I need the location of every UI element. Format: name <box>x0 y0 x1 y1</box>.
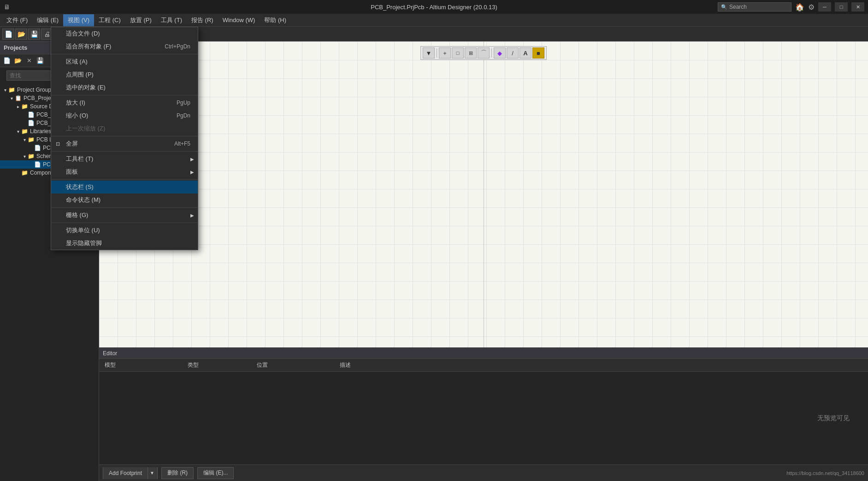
dd-zoom-in[interactable]: 放大 (I) PgUp <box>51 96 198 109</box>
table-content: 无预览可见 <box>99 372 868 464</box>
close-button[interactable]: ✕ <box>851 2 864 12</box>
dd-fit-all-label: 适合所有对象 (F) <box>66 42 111 51</box>
pcb-route-btn[interactable]: ⌒ <box>478 47 490 59</box>
dd-fullscreen-shortcut: Alt+F5 <box>165 141 190 147</box>
dd-sep-5 <box>51 179 198 180</box>
dd-last-zoom-label: 上一次缩放 (Z) <box>66 124 105 133</box>
tree-icon-pcb-dem1: 📄 <box>28 111 35 118</box>
toolbar-open[interactable]: 📂 <box>15 29 27 40</box>
minimize-button[interactable]: ─ <box>818 2 831 12</box>
tree-icon-component: 📁 <box>21 170 28 176</box>
app-icon: 🖥 <box>4 3 10 11</box>
add-footprint-group: Add Footprint ▼ <box>103 467 158 479</box>
dd-selected[interactable]: 选中的对象 (E) <box>51 81 198 94</box>
dd-status-bar[interactable]: 状态栏 (S) <box>51 181 198 194</box>
dd-sep-7 <box>51 223 198 223</box>
add-footprint-dropdown[interactable]: ▼ <box>148 467 157 479</box>
dd-fit-doc[interactable]: 适合文件 (D) <box>51 27 198 40</box>
tree-icon-pcb-d2: 📄 <box>34 161 41 168</box>
app-icons: 🖥 <box>4 3 10 11</box>
dd-area[interactable]: 区域 (A) <box>51 55 198 68</box>
panel-new-btn[interactable]: 📄 <box>2 56 12 66</box>
dd-show-hidden[interactable]: 显示隐藏管脚 <box>51 237 198 250</box>
toolbar-save[interactable]: 💾 <box>28 29 40 40</box>
dd-area-label: 区域 (A) <box>66 58 88 66</box>
dd-zoom-in-shortcut: PgUp <box>167 100 190 106</box>
dd-zoom-out[interactable]: 缩小 (O) PgDn <box>51 109 198 122</box>
tree-arrow-schemati: ▾ <box>21 154 28 159</box>
tree-icon-pcb-dem2: 📄 <box>28 120 35 126</box>
tree-icon-source-doc: 📁 <box>21 103 28 110</box>
panel-close-btn[interactable]: ✕ <box>24 56 34 66</box>
dd-last-zoom: 上一次缩放 (Z) <box>51 122 198 135</box>
menu-report[interactable]: 报告 (R) <box>187 14 218 26</box>
menu-place[interactable]: 放置 (P) <box>125 14 156 26</box>
tree-icon-pcb-libr: 📁 <box>28 136 35 143</box>
toolbar-new[interactable]: 📄 <box>2 29 14 40</box>
search-icon: 🔍 <box>721 4 727 10</box>
dd-toolbar-arrow: ▶ <box>190 157 194 162</box>
maximize-button[interactable]: □ <box>835 2 848 12</box>
dd-grid-label: 栅格 (G) <box>66 211 88 219</box>
tree-arrow-pcb-libr: ▾ <box>21 137 28 142</box>
bottom-footer: Add Footprint ▼ 删除 (R) 编辑 (E)... https:/… <box>99 464 868 481</box>
toolbar-sep-1 <box>437 48 437 58</box>
dd-panel[interactable]: 面板 ▶ <box>51 165 198 178</box>
pcb-text-btn[interactable]: A <box>520 47 531 59</box>
dd-fullscreen[interactable]: ⊡ 全屏 Alt+F5 <box>51 137 198 150</box>
delete-button[interactable]: 删除 (R) <box>161 467 194 479</box>
view-dropdown-menu: 适合文件 (D) 适合所有对象 (F) Ctrl+PgDn 区域 (A) 点周围… <box>51 27 198 250</box>
dd-panel-label: 面板 <box>66 168 78 176</box>
menu-view[interactable]: 视图 (V) <box>63 14 94 26</box>
dd-command-status-label: 命令状态 (M) <box>66 196 100 204</box>
dd-point-surround[interactable]: 点周围 (P) <box>51 68 198 81</box>
dd-sep-4 <box>51 151 198 152</box>
pcb-line-btn[interactable]: / <box>507 47 519 59</box>
toolbar-sep-2 <box>491 48 492 58</box>
pcb-add-btn[interactable]: + <box>439 47 451 59</box>
panel-title: Projects <box>4 44 27 51</box>
pcb-align-btn[interactable]: ⊞ <box>465 47 477 59</box>
dd-command-status[interactable]: 命令状态 (M) <box>51 194 198 206</box>
home-button[interactable]: 🏠 <box>795 3 804 12</box>
fullscreen-icon: ⊡ <box>56 141 60 147</box>
dd-toolbar[interactable]: 工具栏 (T) ▶ <box>51 153 198 165</box>
dd-zoom-out-shortcut: PgDn <box>167 112 190 119</box>
dd-toolbar-label: 工具栏 (T) <box>66 155 93 163</box>
pcb-canvas[interactable]: ▼ + □ ⊞ ⌒ ◆ / A ■ <box>99 41 868 347</box>
dropdown-arrow-icon: ▼ <box>150 470 154 475</box>
title-bar: 🖥 PCB_Project.PrjPcb - Altium Designer (… <box>0 0 868 14</box>
pcb-toolbar: ▼ + □ ⊞ ⌒ ◆ / A ■ <box>420 46 547 60</box>
dd-fit-doc-label: 适合文件 (D) <box>66 29 100 38</box>
col-model-header: 模型 <box>101 361 184 369</box>
col-position-header: 位置 <box>253 361 336 369</box>
menu-edit[interactable]: 编辑 (E) <box>32 14 63 26</box>
tree-arrow-source-doc: ▸ <box>15 104 21 109</box>
menu-tools[interactable]: 工具 (T) <box>156 14 187 26</box>
dd-panel-arrow: ▶ <box>190 170 194 175</box>
pcb-fill-btn[interactable]: ◆ <box>494 47 506 59</box>
dd-grid[interactable]: 栅格 (G) ▶ <box>51 209 198 222</box>
dd-fit-all[interactable]: 适合所有对象 (F) Ctrl+PgDn <box>51 40 198 53</box>
menu-window[interactable]: Window (W) <box>218 15 260 25</box>
vertical-divider <box>484 41 484 347</box>
pcb-color-btn[interactable]: ■ <box>532 47 544 59</box>
global-search[interactable]: 🔍 Search <box>718 2 791 12</box>
add-footprint-button[interactable]: Add Footprint <box>103 467 148 479</box>
pcb-rect-btn[interactable]: □ <box>452 47 464 59</box>
dd-toggle-unit[interactable]: 切换单位 (U) <box>51 224 198 237</box>
edit-button[interactable]: 编辑 (E)... <box>197 467 234 479</box>
dd-selected-label: 选中的对象 (E) <box>66 83 106 92</box>
settings-button[interactable]: ⚙ <box>808 3 815 12</box>
menu-help[interactable]: 帮助 (H) <box>260 14 291 26</box>
tree-arrow-project-group: ▾ <box>2 88 8 93</box>
dd-zoom-in-label: 放大 (I) <box>66 99 85 107</box>
menu-project[interactable]: 工程 (C) <box>94 14 125 26</box>
tree-icon-pcb-d1: 📄 <box>34 145 41 151</box>
bottom-panel-header: Editor <box>99 348 868 359</box>
tree-icon-libraries: 📁 <box>21 128 28 135</box>
panel-save-btn[interactable]: 💾 <box>35 56 45 66</box>
menu-file[interactable]: 文件 (F) <box>2 14 32 26</box>
pcb-filter-btn[interactable]: ▼ <box>423 47 435 59</box>
panel-open-btn[interactable]: 📂 <box>13 56 23 66</box>
